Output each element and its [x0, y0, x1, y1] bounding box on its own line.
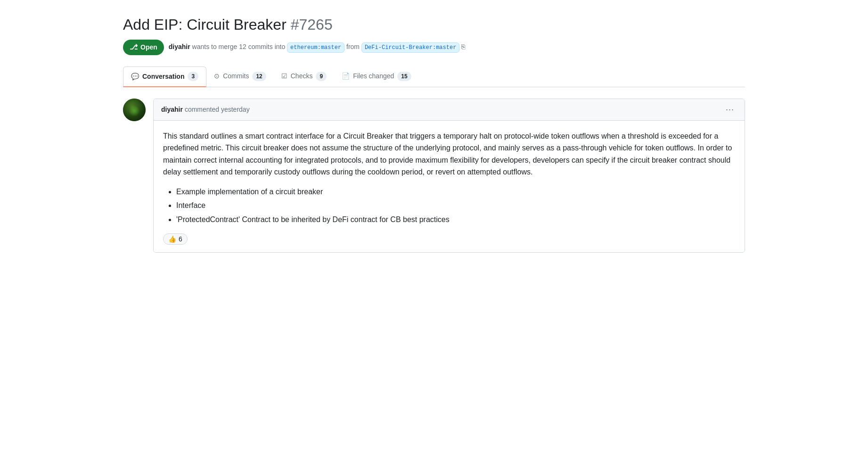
tab-checks-count: 9: [316, 72, 327, 81]
comment-header: diyahir commented yesterday ···: [154, 99, 745, 121]
tab-commits[interactable]: ⊙ Commits 12: [206, 66, 274, 87]
comment-more-button[interactable]: ···: [723, 104, 737, 116]
comment-time: commented yesterday: [185, 105, 250, 115]
tab-commits-count: 12: [252, 72, 266, 81]
open-pr-icon: ⎇: [130, 42, 138, 53]
tab-conversation[interactable]: 💬 Conversation 3: [123, 66, 206, 87]
pr-meta-text: diyahir wants to merge 12 commits into e…: [169, 42, 465, 53]
comment-body: This standard outlines a smart contract …: [154, 121, 745, 252]
tab-conversation-label: Conversation: [142, 72, 184, 82]
comment-header-left: diyahir commented yesterday: [161, 105, 250, 115]
comment-box: diyahir commented yesterday ··· This sta…: [153, 99, 745, 253]
pr-title: Add EIP: Circuit Breaker #7265: [123, 15, 745, 34]
status-badge: ⎇ Open: [123, 40, 164, 55]
thumbs-up-emoji: 👍: [168, 235, 176, 243]
comment-text: This standard outlines a smart contract …: [163, 130, 735, 178]
pr-number: #7265: [291, 16, 333, 33]
tab-files-changed-label: Files changed: [353, 71, 394, 81]
tab-commits-label: Commits: [223, 71, 249, 81]
comment-list: Example implementation of a circuit brea…: [163, 186, 735, 226]
thumbs-up-count: 6: [179, 235, 182, 243]
tabs-container: 💬 Conversation 3 ⊙ Commits 12 ☑ Checks 9…: [123, 66, 745, 87]
avatar[interactable]: [123, 99, 146, 121]
avatar-image: [123, 99, 146, 121]
pr-meta-row: ⎇ Open diyahir wants to merge 12 commits…: [123, 40, 745, 55]
tab-files-changed[interactable]: 📄 Files changed 15: [334, 66, 419, 87]
list-item: 'ProtectedContract' Contract to be inher…: [176, 214, 735, 226]
status-label: Open: [140, 42, 157, 52]
base-branch-tag[interactable]: ethereum:master: [287, 42, 344, 53]
list-item: Interface: [176, 199, 735, 212]
head-branch-tag[interactable]: DeFi-Circuit-Breaker:master: [361, 42, 459, 53]
tab-conversation-count: 3: [188, 72, 198, 81]
tab-checks-label: Checks: [291, 71, 313, 81]
from-text: from: [346, 43, 360, 50]
list-item: Example implementation of a circuit brea…: [176, 186, 735, 198]
comment-container: diyahir commented yesterday ··· This sta…: [123, 99, 745, 253]
pr-author[interactable]: diyahir: [169, 43, 190, 50]
checks-icon: ☑: [281, 71, 287, 81]
copy-branch-icon[interactable]: ⎘: [461, 43, 465, 50]
pr-action-text: wants to merge 12 commits into: [192, 43, 286, 50]
conversation-icon: 💬: [131, 72, 139, 82]
thumbs-up-reaction[interactable]: 👍 6: [163, 233, 188, 245]
commits-icon: ⊙: [214, 71, 220, 81]
files-changed-icon: 📄: [342, 71, 350, 81]
tab-checks[interactable]: ☑ Checks 9: [274, 66, 334, 87]
reactions-row: 👍 6: [163, 233, 735, 245]
pr-title-text: Add EIP: Circuit Breaker: [123, 16, 287, 33]
tab-files-changed-count: 15: [397, 72, 411, 81]
commenter-name[interactable]: diyahir: [161, 105, 183, 115]
